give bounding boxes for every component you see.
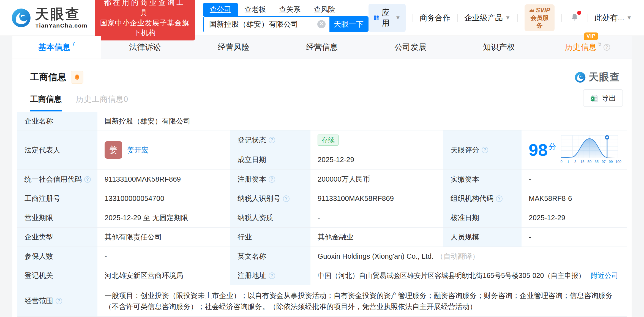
label-text: 成立日期 bbox=[238, 155, 266, 165]
label-text: 参保人数 bbox=[24, 252, 53, 261]
help-icon[interactable]: ? bbox=[56, 298, 62, 304]
logo-site-text: TianYanCha.com bbox=[35, 23, 88, 28]
label-text: 人员规模 bbox=[451, 232, 479, 242]
value-text: 133100000054700 bbox=[105, 194, 164, 203]
tab-legal-litigation[interactable]: 法律诉讼 bbox=[101, 36, 189, 59]
nav-item-enterprise-products[interactable]: 企业级产品 ▼ bbox=[464, 13, 511, 23]
table-row: 参保人数 - 英文名称 Guoxin Holdings (Xiong'an) C… bbox=[17, 247, 627, 266]
tick-label: 1 bbox=[567, 160, 569, 164]
subtab-business-info[interactable]: 工商信息 bbox=[30, 94, 62, 111]
search-tab-risk[interactable]: 查风险 bbox=[307, 3, 342, 16]
registered-capital-value: 200000万人民币 bbox=[310, 170, 443, 189]
tick-label: 0 bbox=[560, 160, 562, 164]
value-text: 其他有限责任公司 bbox=[105, 232, 162, 242]
help-icon[interactable]: ? bbox=[496, 195, 503, 202]
excel-icon bbox=[590, 94, 598, 102]
search-tab-boss[interactable]: 查老板 bbox=[238, 3, 272, 16]
apps-button[interactable]: 应用 ▼ bbox=[369, 4, 406, 32]
help-icon[interactable]: ? bbox=[604, 44, 610, 51]
tab-company-development[interactable]: 公司发展 bbox=[366, 36, 455, 59]
search-box: ✕ 天眼一下 bbox=[203, 16, 369, 32]
tab-history-info[interactable]: 历史信息 VIP 5 ? bbox=[543, 36, 632, 59]
apps-label: 应用 bbox=[382, 7, 392, 28]
paid-in-capital-value: - bbox=[522, 170, 627, 189]
staff-size-label: 人员规模 bbox=[443, 228, 522, 247]
label-text: 实缴资本 bbox=[451, 174, 479, 184]
legal-rep-link[interactable]: 姜开宏 bbox=[127, 145, 149, 155]
value-text: - bbox=[105, 252, 107, 261]
org-code-label: 组织机构代码 ? bbox=[443, 189, 522, 208]
subtab-history-business-info[interactable]: 历史工商信息0 bbox=[76, 94, 128, 111]
help-icon[interactable]: ? bbox=[84, 176, 91, 183]
tab-basic-info[interactable]: 基本信息 7 bbox=[12, 36, 101, 59]
score-unit: 分 bbox=[549, 141, 556, 152]
top-navbar: 天眼查 TianYanCha.com 都在用的商业查询工具 国家中小企业发展子基… bbox=[0, 0, 644, 36]
notifications-button[interactable] bbox=[570, 13, 579, 23]
taxpayer-id-label: 纳税人识别号 ? bbox=[230, 189, 310, 208]
value-text: - bbox=[529, 233, 531, 241]
avatar[interactable]: 姜 bbox=[105, 141, 122, 159]
clear-icon[interactable]: ✕ bbox=[317, 20, 326, 28]
company-type-value: 其他有限责任公司 bbox=[97, 228, 230, 247]
label-text: 企业名称 bbox=[24, 116, 53, 126]
tick-label: 99 bbox=[609, 160, 613, 164]
divider bbox=[517, 14, 518, 22]
help-icon[interactable]: ? bbox=[269, 137, 275, 143]
legal-rep-label: 法定代表人 bbox=[17, 130, 97, 170]
label-text: 英文名称 bbox=[238, 252, 266, 261]
taxpayer-qualification-value: - bbox=[310, 208, 443, 227]
approval-date-value: 2025-12-29 bbox=[522, 208, 627, 227]
vip-badge: VIP bbox=[584, 32, 598, 40]
promo-line1: 都在用的商业查询工具 bbox=[100, 0, 190, 18]
user-menu[interactable]: 此处有... ▼ bbox=[595, 13, 632, 23]
tab-basic-info-count: 7 bbox=[72, 41, 75, 47]
registered-capital-label: 注册资本 ? bbox=[230, 170, 310, 189]
tianyan-score-label: 天眼评分 ? bbox=[443, 130, 522, 170]
subscribe-bell-button[interactable] bbox=[71, 71, 83, 84]
search-button[interactable]: 天眼一下 bbox=[329, 17, 368, 32]
label-text: 法定代表人 bbox=[24, 145, 60, 155]
tick-label: 3 bbox=[574, 160, 576, 164]
tick-label: 15 bbox=[580, 160, 584, 164]
nav-item-business-cooperation[interactable]: 商务合作 bbox=[420, 13, 451, 23]
value-text: - bbox=[318, 214, 320, 222]
divider bbox=[457, 14, 458, 22]
tick-label: 85 bbox=[594, 160, 598, 164]
search-tab-relation[interactable]: 查关系 bbox=[272, 3, 307, 16]
help-icon[interactable]: ? bbox=[283, 195, 290, 202]
help-icon[interactable]: ? bbox=[482, 147, 488, 153]
tab-intellectual-property[interactable]: 知识产权 bbox=[455, 36, 543, 59]
chevron-down-icon: ▼ bbox=[626, 15, 632, 21]
promo-banner: 都在用的商业查询工具 国家中小企业发展子基金旗下机构 bbox=[95, 0, 195, 40]
value-text: 河北雄安新区营商环境局 bbox=[105, 271, 183, 280]
value-text: 2025-12-29 至 无固定期限 bbox=[105, 213, 188, 223]
help-icon[interactable]: ? bbox=[269, 176, 275, 183]
label-text: 注册地址 bbox=[238, 271, 266, 280]
tianyancha-logo[interactable]: 天眼查 TianYanCha.com bbox=[11, 7, 88, 28]
tick-label: 50 bbox=[588, 160, 591, 164]
value-text: MAK58RF8-6 bbox=[529, 194, 572, 203]
label-text: 纳税人资质 bbox=[238, 213, 273, 223]
registration-authority-label: 登记机关 bbox=[17, 266, 97, 285]
promo-line2: 国家中小企业发展子基金旗下机构 bbox=[100, 18, 190, 38]
search-input[interactable] bbox=[204, 17, 316, 32]
page: 天眼查 TianYanCha.com 都在用的商业查询工具 国家中小企业发展子基… bbox=[0, 0, 644, 317]
value-text: Guoxin Holdings (Xiong'an) Co., Ltd. bbox=[318, 252, 433, 261]
tab-history-info-count: 5 bbox=[598, 41, 601, 47]
tab-operation-risk[interactable]: 经营风险 bbox=[189, 36, 278, 59]
table-row: 工商注册号 133100000054700 纳税人识别号 ? 91133100M… bbox=[17, 189, 627, 208]
tab-operation-info[interactable]: 经营信息 bbox=[278, 36, 366, 59]
search-tab-company[interactable]: 查公司 bbox=[203, 3, 238, 16]
business-scope-label: 经营范围 ? bbox=[17, 285, 97, 316]
table-row: 营业期限 2025-12-29 至 无固定期限 纳税人资质 - 核准日期 202… bbox=[17, 208, 627, 228]
export-button[interactable]: 导出 bbox=[583, 89, 623, 107]
help-icon[interactable]: ? bbox=[269, 272, 275, 279]
established-date-label: 成立日期 bbox=[230, 150, 310, 170]
navbar-right: 应用 ▼ 商务合作 企业级产品 ▼ SVIP 会员服务 bbox=[369, 4, 632, 32]
taxpayer-qualification-label: 纳税人资质 bbox=[230, 208, 310, 227]
value-text: 中国（河北）自由贸易试验区雄安片区容城县明朗北街165号5号楼305-020（自… bbox=[318, 271, 585, 280]
svip-membership-button[interactable]: SVIP 会员服务 bbox=[525, 4, 555, 31]
nearby-companies-link[interactable]: 附近公司 bbox=[591, 271, 618, 280]
industry-label: 行业 bbox=[230, 228, 310, 247]
company-name-label: 企业名称 bbox=[17, 112, 97, 130]
